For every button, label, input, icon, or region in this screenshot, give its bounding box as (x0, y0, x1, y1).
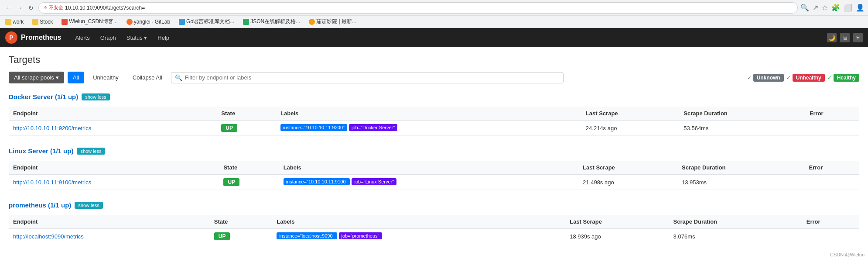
th-last-scrape-2: Last Scrape (565, 215, 669, 229)
bookmark-json-label: JSON在线解析及格... (250, 18, 300, 25)
target-group-2: prometheus (1/1 up)show lessEndpointStat… (9, 199, 859, 244)
browser-toolbar-icons: 🔍 ↗ ☆ 🧩 ⬜ 👤 (800, 3, 865, 12)
label-badge-2-0[interactable]: job="prometheus" (339, 232, 382, 239)
show-less-button-1[interactable]: show less (77, 148, 105, 155)
endpoint-link-2-0[interactable]: http://localhost:9090/metrics (13, 233, 84, 240)
share-icon[interactable]: ↗ (813, 3, 818, 12)
endpoint-link-0-0[interactable]: http://10.10.10.11:9200/metrics (13, 125, 91, 131)
endpoint-link-1-0[interactable]: http://10.10.10.11:9100/metrics (13, 179, 91, 186)
theme-icon-moon[interactable]: 🌙 (827, 33, 837, 42)
target-group-0: Docker Server (1/1 up)show lessEndpointS… (9, 90, 859, 136)
nav-links: Alerts Graph Status ▾ Help (70, 28, 174, 47)
prometheus-logo: P (5, 31, 17, 44)
error-2-0 (802, 229, 859, 244)
state-badge-1-0: UP (223, 178, 239, 186)
collapse-all-button[interactable]: Collapse All (127, 72, 167, 83)
th-error-2: Error (802, 215, 859, 229)
legend: ✓ Unknown ✓ Unhealthy ✓ Healthy (747, 74, 859, 82)
scrape-duration-0-0: 53.564ms (679, 121, 805, 136)
scrape-pools-label: All scrape pools (14, 74, 54, 81)
group-title-2[interactable]: prometheus (1/1 up) (9, 201, 71, 209)
show-less-button-0[interactable]: show less (82, 93, 109, 100)
unhealthy-badge: Unhealthy (793, 74, 825, 82)
label-badge-1-0[interactable]: job="Linux Server" (352, 178, 396, 185)
label-badge-0-0[interactable]: instance="10.10.10.11:9200" (280, 124, 347, 131)
forward-button[interactable]: → (15, 3, 24, 13)
unhealthy-filter-button[interactable]: Unhealthy (88, 72, 124, 83)
theme-icon-sun[interactable]: ☀ (853, 33, 863, 42)
unknown-badge: Unknown (753, 74, 784, 82)
state-badge-2-0: UP (214, 232, 230, 240)
target-table-1: EndpointStateLabelsLast ScrapeScrape Dur… (9, 161, 859, 190)
footer-text: CSDN @Wielun (830, 252, 865, 257)
group-header-0: Docker Server (1/1 up)show less (9, 90, 859, 103)
search-input[interactable] (185, 74, 560, 81)
all-filter-button[interactable]: All (68, 72, 84, 83)
nav-graph[interactable]: Graph (95, 28, 121, 47)
toolbar: All scrape pools ▾ All Unhealthy Collaps… (9, 72, 859, 83)
th-last-scrape-1: Last Scrape (578, 161, 677, 175)
security-warning: ⚠ 不安全 (43, 4, 63, 11)
fullscreen-icon[interactable]: ⬜ (844, 3, 852, 12)
main-content: Targets All scrape pools ▾ All Unhealthy… (0, 47, 868, 259)
back-button[interactable]: ← (3, 3, 13, 13)
healthy-badge: Healthy (834, 74, 859, 82)
bookmark-gitlab[interactable]: yanglei · GitLab (125, 18, 172, 26)
bookmark-stock-label: Stock (40, 19, 53, 25)
label-badge-1-0[interactable]: instance="10.10.10.11:9100" (284, 178, 350, 185)
nav-alerts[interactable]: Alerts (70, 28, 95, 47)
bookmark-movie[interactable]: 茄茄影院 | 最新... (307, 17, 358, 26)
bookmark-movie-icon (309, 19, 315, 25)
star-icon[interactable]: ☆ (822, 3, 828, 12)
search-wrapper: 🔍 (171, 72, 564, 83)
bookmark-csdn[interactable]: Wielun_CSDN博客... (60, 17, 119, 26)
refresh-button[interactable]: ↻ (26, 3, 36, 13)
last-scrape-1-0: 21.498s ago (578, 175, 677, 190)
th-scrape-duration-2: Scrape Duration (669, 215, 802, 229)
th-error-0: Error (805, 107, 859, 121)
address-text: 10.10.10.10:9090/targets?search= (65, 5, 145, 11)
unhealthy-check-icon: ✓ (786, 75, 791, 81)
th-labels-0: Labels (276, 107, 581, 121)
th-state-1: State (219, 161, 279, 175)
page-title: Targets (9, 54, 859, 66)
footer: CSDN @Wielun (827, 250, 868, 259)
target-table-2: EndpointStateLabelsLast ScrapeScrape Dur… (9, 215, 859, 244)
last-scrape-2-0: 18.939s ago (565, 229, 669, 244)
unknown-check-icon: ✓ (747, 75, 752, 81)
bookmark-gitlab-label: yanglei · GitLab (134, 19, 170, 25)
nav-status[interactable]: Status ▾ (121, 28, 152, 47)
target-table-0: EndpointStateLabelsLast ScrapeScrape Dur… (9, 107, 859, 136)
last-scrape-0-0: 24.214s ago (581, 121, 680, 136)
table-row-1-0: http://10.10.10.11:9100/metricsUPinstanc… (9, 175, 859, 190)
label-badge-2-0[interactable]: instance="localhost:9090" (277, 232, 337, 239)
bookmark-stock[interactable]: Stock (31, 18, 55, 26)
th-endpoint-1: Endpoint (9, 161, 219, 175)
bookmark-go-label: Go语言标准库文档... (186, 18, 234, 25)
th-state-2: State (210, 215, 273, 229)
group-title-0[interactable]: Docker Server (1/1 up) (9, 93, 78, 100)
label-badge-0-0[interactable]: job="Docker Server" (349, 124, 397, 131)
address-bar[interactable]: ⚠ 不安全 10.10.10.10:9090/targets?search= (38, 2, 798, 14)
bookmark-go-icon (179, 19, 185, 25)
bookmark-json[interactable]: JSON在线解析及格... (241, 17, 302, 26)
th-state-0: State (217, 107, 276, 121)
show-less-button-2[interactable]: show less (75, 202, 103, 209)
th-endpoint-0: Endpoint (9, 107, 217, 121)
target-groups-container: Docker Server (1/1 up)show lessEndpointS… (9, 90, 859, 244)
bookmark-csdn-icon (62, 19, 68, 25)
bookmark-work[interactable]: work (3, 18, 25, 26)
prometheus-navbar: P Prometheus Alerts Graph Status ▾ Help … (0, 28, 868, 47)
error-1-0 (805, 175, 859, 190)
nav-help[interactable]: Help (152, 28, 174, 47)
extensions-icon[interactable]: 🧩 (831, 3, 840, 12)
profile-icon[interactable]: 👤 (856, 3, 865, 12)
bookmark-go[interactable]: Go语言标准库文档... (177, 17, 236, 26)
bookmark-movie-label: 茄茄影院 | 最新... (316, 18, 356, 25)
search-icon[interactable]: 🔍 (800, 3, 809, 12)
scrape-pools-dropdown[interactable]: All scrape pools ▾ (9, 72, 64, 83)
theme-icon-monitor[interactable]: 🖥 (840, 33, 850, 42)
group-header-2: prometheus (1/1 up)show less (9, 199, 859, 211)
bookmark-json-icon (243, 19, 249, 25)
group-title-1[interactable]: Linux Server (1/1 up) (9, 147, 73, 155)
